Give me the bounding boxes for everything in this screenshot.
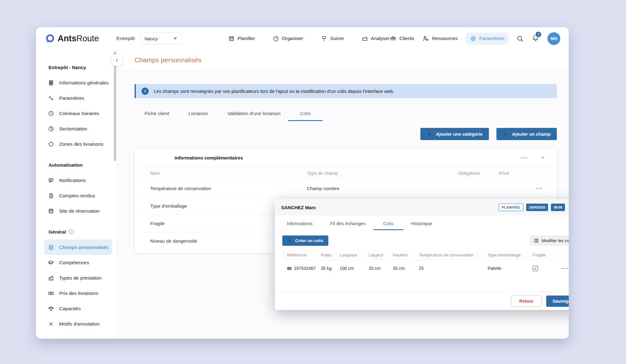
sidebar-item-types-prestation[interactable]: Types de prestation (44, 270, 112, 286)
sidebar-item-informations-generales[interactable]: Informations générales (44, 75, 112, 90)
sidebar-section-automatisation: Automatisation Notifications Comptes-ren… (44, 162, 114, 219)
column-longueur: Longueur (340, 253, 369, 257)
pie-chart-icon (48, 126, 54, 132)
modal-header: SANCHEZ Marc PLANIFIÉE 16/06/2025 08:06 (275, 199, 569, 215)
add-category-button[interactable]: Ajouter une catégorie (420, 128, 489, 140)
logo-drop-icon (45, 34, 55, 43)
column-reference: Référence (287, 253, 321, 257)
chevron-up-icon[interactable] (540, 155, 546, 160)
sidebar-item-capacites[interactable]: Capacités (44, 301, 112, 316)
modal-toolbar: Créer un colis Modifier les colonnes (275, 230, 569, 246)
sidebar-item-creneaux-horaires[interactable]: Créneaux horaires (44, 106, 112, 121)
back-button-modal[interactable]: Retour (511, 296, 542, 307)
tab-livraison[interactable]: Livraison (187, 111, 209, 121)
plus-icon (427, 131, 432, 137)
nav-ressources[interactable]: Ressources (422, 35, 458, 42)
tab-fiche-client[interactable]: Fiche client (143, 111, 170, 121)
columns-icon (534, 238, 539, 243)
save-button[interactable]: Sauvegarder (546, 296, 569, 307)
notifications-button[interactable]: 7 (532, 34, 539, 43)
sidebar-item-zones-livraisons[interactable]: Zones des livraisons (44, 136, 112, 152)
fields-table-header: Nom Type de champ Obligatoire Privé (141, 167, 550, 180)
column-fragile: Fragile (533, 253, 562, 257)
search-icon (516, 35, 524, 42)
sidebar-item-comptes-rendus[interactable]: Comptes-rendus (44, 188, 112, 203)
sidebar-section-title: Entrepôt - Nancy (49, 65, 114, 70)
notification-count-badge: 7 (535, 31, 542, 38)
edit-columns-button[interactable]: Modifier les colonnes (530, 235, 569, 246)
sidebar-scrollbar-thumb[interactable] (114, 52, 116, 161)
fragile-checkbox[interactable] (533, 266, 538, 271)
sidebar-section-title: Général i (49, 229, 114, 235)
sidebar-item-sectorisation[interactable]: Sectorisation (44, 121, 112, 136)
row-menu-button[interactable] (536, 186, 543, 191)
modal-tab-colis[interactable]: Colis (381, 221, 395, 230)
parcels-table-header: Référence Poids Longueur Largeur Hauteur… (282, 250, 569, 260)
chevron-left-icon (114, 58, 120, 63)
modal-tab-historique[interactable]: Historique (409, 221, 434, 230)
modal-tab-informations[interactable]: Informations (285, 221, 315, 230)
back-button[interactable] (111, 54, 123, 66)
column-hauteur: Hauteur (393, 253, 419, 257)
column-poids: Poids (321, 253, 340, 257)
sidebar-section-entrepot: Entrepôt - Nancy Informations générales … (44, 65, 114, 152)
nav-planifier[interactable]: Planifier (228, 35, 255, 42)
logo-text: AntsRoute (58, 34, 99, 43)
table-row[interactable]: Température de conservation Champ nombre (141, 180, 550, 197)
sidebar: Entrepôt - Nancy Informations générales … (36, 50, 117, 339)
modal-tabs: Informations Fil des échanges Colis Hist… (275, 215, 569, 230)
scale-icon (48, 306, 54, 312)
sidebar-item-site-reservation[interactable]: Site de réservation (44, 203, 112, 219)
polygon-icon (48, 141, 54, 147)
chart-icon (362, 35, 368, 42)
sidebar-item-parametres[interactable]: Paramètres (44, 90, 112, 106)
modal-title: SANCHEZ Marc (281, 205, 496, 210)
app-window: AntsRoute Entrepôt Nancy Planifier (36, 27, 569, 339)
factory-icon (48, 275, 54, 281)
sidebar-item-motifs-annulation[interactable]: Motifs d'annulation (44, 316, 112, 331)
nav-organiser[interactable]: Organiser (273, 35, 303, 42)
parcel-row-menu-button[interactable] (562, 266, 569, 271)
tab-colis[interactable]: Colis (299, 111, 312, 121)
date-badge[interactable]: 16/06/2025 (526, 204, 548, 211)
barcode-icon (287, 266, 292, 270)
info-icon: i (141, 88, 149, 95)
main-nav: Planifier Organiser Suivre Analyser (228, 35, 390, 42)
gauge-icon (273, 35, 279, 42)
warehouse-select[interactable]: Nancy (140, 33, 182, 44)
search-button[interactable] (516, 35, 524, 42)
card-controls (521, 155, 546, 160)
parcels-table: Référence Poids Longueur Largeur Hauteur… (282, 250, 569, 276)
sidebar-item-champs-personnalises[interactable]: Champs personnalisés (44, 240, 112, 255)
create-parcel-button[interactable]: Créer un colis (282, 235, 328, 246)
document-icon (48, 193, 54, 199)
sidebar-section-title: Automatisation (49, 162, 114, 168)
warehouse-value: Nancy (145, 36, 158, 41)
avatar[interactable]: MH (547, 32, 560, 45)
clock-icon (48, 110, 54, 117)
tab-validation-livraison[interactable]: Validation d'une livraison (226, 111, 282, 121)
sidebar-item-notifications[interactable]: Notifications (44, 173, 112, 188)
parcel-row[interactable]: 187532467 35 kg 100 cm 20 cm 35 cm 25 Pa… (282, 260, 569, 276)
actions-row: Ajouter une catégorie Ajouter un champ (135, 128, 557, 140)
gears-icon (48, 95, 54, 101)
calendar-icon (228, 35, 235, 42)
column-nom: Nom (141, 171, 307, 176)
nav-clients[interactable]: Clients (390, 35, 414, 42)
sidebar-item-competences[interactable]: Compétences (44, 255, 112, 270)
chevron-down-icon (173, 38, 177, 40)
nav-parametres[interactable]: Paramètres (466, 33, 508, 45)
card-title: Informations complémentaires (175, 155, 521, 160)
card-menu-button[interactable] (521, 155, 528, 160)
sidebar-section-general: Général i Champs personnalisés Compétenc… (44, 229, 114, 331)
add-field-button[interactable]: Ajouter un champ (496, 128, 557, 140)
modal-tab-fil-echanges[interactable]: Fil des échanges (328, 221, 367, 230)
sidebar-item-prix-livraisons[interactable]: Prix des livraisons (44, 286, 112, 301)
users-icon (390, 35, 397, 42)
nav-analyser[interactable]: Analyser (362, 35, 390, 42)
time-badge[interactable]: 08:06 (551, 204, 565, 211)
nav-suivre[interactable]: Suivre (321, 35, 344, 42)
calendar-icon (48, 208, 54, 214)
antsroute-logo[interactable]: AntsRoute (45, 34, 99, 43)
content-header: Champs personnalisés (117, 50, 569, 70)
